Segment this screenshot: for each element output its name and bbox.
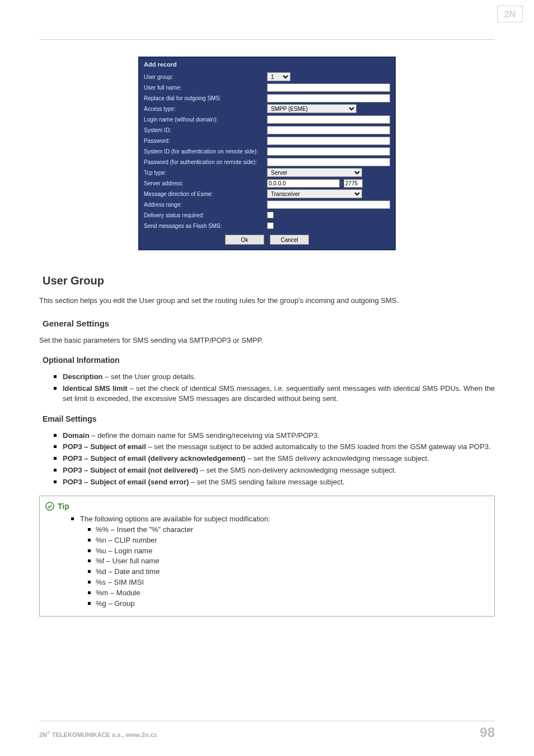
list-item: POP3 – Subject of email (delivery acknow… xyxy=(63,454,495,464)
label-delivery-status: Delivery status required: xyxy=(144,212,267,218)
user-group-select[interactable]: 1 xyxy=(267,72,291,81)
delivery-status-check[interactable] xyxy=(267,212,274,218)
label-flash-sms: Send messages as Flash SMS: xyxy=(144,223,267,229)
heading-optional-info: Optional Information xyxy=(43,354,495,366)
msg-direction-select[interactable]: Transceiver xyxy=(267,189,362,198)
page-footer: 2N® TELEKOMUNIKACE a.s., www.2n.cz 98 xyxy=(39,721,495,740)
heading-general-settings: General Settings xyxy=(43,318,495,330)
server-address-input[interactable] xyxy=(267,179,340,188)
list-item: %f – User full name xyxy=(96,556,489,567)
tcp-type-select[interactable]: Server xyxy=(267,168,362,177)
brand-logo: 2N xyxy=(497,6,523,22)
system-id-input[interactable] xyxy=(267,126,390,134)
list-item: %% – Insert the "%" character xyxy=(96,525,489,535)
list-item: The following options are available for … xyxy=(80,514,489,609)
tip-label: Tip xyxy=(58,501,69,512)
label-password: Password: xyxy=(144,138,267,144)
heading-user-group: User Group xyxy=(43,273,495,289)
label-replace-dial: Replace dial for outgoing SMS: xyxy=(144,95,267,101)
label-server-address: Server address: xyxy=(144,180,267,186)
server-port-input[interactable] xyxy=(344,179,363,188)
label-access-type: Access type: xyxy=(144,106,267,112)
list-item: %s – SIM IMSI xyxy=(96,577,489,588)
list-item: %n – CLIP number xyxy=(96,535,489,546)
label-system-id: System ID: xyxy=(144,127,267,133)
label-user-full-name: User full name: xyxy=(144,85,267,91)
system-id-remote-input[interactable] xyxy=(267,147,390,156)
password-input[interactable] xyxy=(267,137,390,145)
replace-dial-input[interactable] xyxy=(267,94,390,102)
label-msg-direction: Message direction of Esme: xyxy=(144,191,267,197)
para-user-group: This section helps you edit the User gro… xyxy=(39,296,495,306)
add-record-dialog: Add record User group: 1 User full name:… xyxy=(138,57,396,250)
label-login-name: Login name (without domain): xyxy=(144,116,267,123)
password-remote-input[interactable] xyxy=(267,158,390,166)
address-range-input[interactable] xyxy=(267,200,390,209)
list-item: %d – Date and time xyxy=(96,567,489,577)
tip-sublist: %% – Insert the "%" character %n – CLIP … xyxy=(80,525,489,609)
list-item: Domain – define the domain name for SMS … xyxy=(63,431,495,441)
flash-sms-check[interactable] xyxy=(267,222,274,229)
optional-list: Description – set the User group details… xyxy=(39,372,495,405)
list-item: POP3 – Subject of email (not delivered) … xyxy=(63,465,495,476)
check-circle-icon xyxy=(45,502,54,511)
list-item: Identical SMS limit – set the check of i… xyxy=(63,384,495,405)
tip-box: Tip The following options are available … xyxy=(39,496,495,617)
header-rule xyxy=(39,39,495,40)
list-item: Description – set the User group details… xyxy=(63,372,495,382)
svg-text:2N: 2N xyxy=(504,10,516,19)
list-item: %u – Login name xyxy=(96,546,489,557)
dialog-title: Add record xyxy=(144,61,390,68)
ok-button[interactable]: Ok xyxy=(225,235,264,245)
label-tcp-type: Tcp type: xyxy=(144,170,267,176)
heading-email-settings: Email Settings xyxy=(43,413,495,424)
label-user-group: User group: xyxy=(144,74,267,80)
footer-company: 2N® TELEKOMUNIKACE a.s., www.2n.cz xyxy=(39,730,157,738)
label-password-remote: Password (for authentication on remote s… xyxy=(144,159,267,165)
tip-intro: The following options are available for … xyxy=(80,515,270,523)
list-item: POP3 – Subject of email (send error) – s… xyxy=(63,477,495,488)
user-full-name-input[interactable] xyxy=(267,83,390,92)
list-item: %g – Group xyxy=(96,599,489,609)
access-type-select[interactable]: SMPP (ESME) xyxy=(267,104,357,113)
para-general-settings: Set the basic parameters for SMS sending… xyxy=(39,335,495,346)
list-item: POP3 – Subject of email – set the messag… xyxy=(63,442,495,452)
label-system-id-remote: System ID (for authentication on remote … xyxy=(144,148,267,155)
cancel-button[interactable]: Cancel xyxy=(270,235,309,245)
login-name-input[interactable] xyxy=(267,115,390,124)
page-number: 98 xyxy=(480,725,495,740)
list-item: %m – Module xyxy=(96,588,489,599)
label-address-range: Address range: xyxy=(144,202,267,208)
email-list: Domain – define the domain name for SMS … xyxy=(39,431,495,488)
